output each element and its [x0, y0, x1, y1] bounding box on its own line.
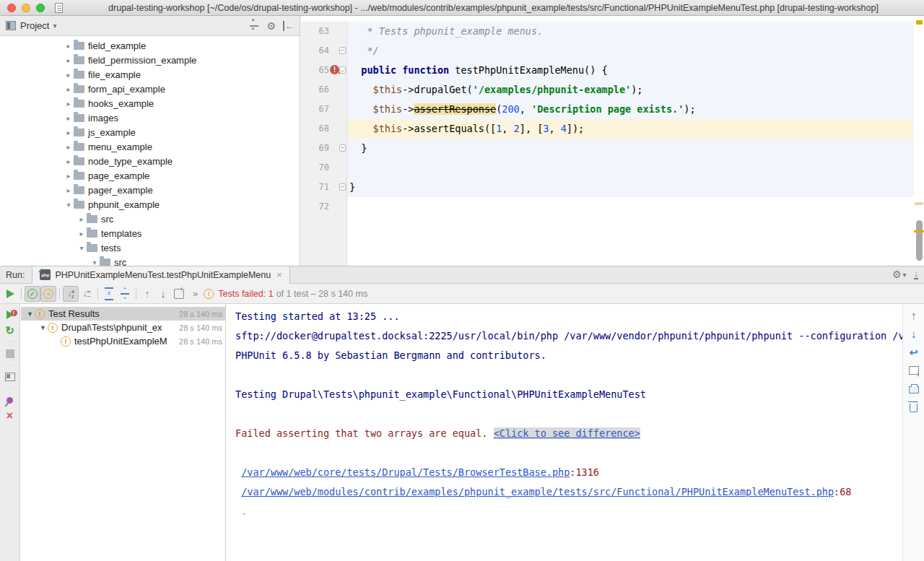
editor-gutter[interactable]: 68	[301, 119, 347, 139]
test-tree-row[interactable]: ▼!Test Results28 s 140 ms	[21, 307, 225, 321]
close-tab-icon[interactable]: ×	[276, 269, 282, 280]
show-ignored-toggle[interactable]: ≡	[40, 286, 56, 302]
code-editor[interactable]: 63 * Tests phpunit_example menus.64− */6…	[301, 16, 924, 266]
editor-line[interactable]: 69− }	[301, 139, 924, 158]
test-console-output[interactable]: Testing started at 13:25 ...sftp://docke…	[227, 304, 902, 561]
project-tree-item[interactable]: ▸file_example	[0, 67, 300, 82]
chevron-down-icon[interactable]: ▼	[38, 324, 48, 331]
editor-line[interactable]: 71−}	[301, 178, 924, 197]
editor-line[interactable]: 72	[301, 197, 924, 217]
chevron-right-icon[interactable]: ▸	[77, 230, 87, 238]
chevron-down-icon[interactable]: ▾	[77, 244, 87, 252]
zoom-window-button[interactable]	[36, 4, 45, 12]
close-window-button[interactable]	[7, 4, 16, 12]
rerun-failed-tests-button[interactable]: !	[0, 307, 19, 323]
sort-alphabetically-toggle[interactable]: ↓az	[63, 286, 79, 302]
soft-wrap-toggle[interactable]: ↩	[903, 344, 924, 360]
editor-line[interactable]: 70	[301, 158, 924, 178]
stop-button[interactable]	[0, 346, 19, 362]
chevron-right-icon[interactable]: ▸	[77, 215, 87, 223]
editor-line[interactable]: 65!⌄ public function testPhpUnitExampleM…	[301, 61, 924, 80]
import-test-results-button[interactable]	[171, 286, 187, 302]
chevron-right-icon[interactable]: ▸	[64, 172, 74, 180]
chevron-right-icon[interactable]: ▸	[64, 186, 74, 194]
project-tree-item[interactable]: ▸js_example	[0, 125, 300, 139]
editor-gutter[interactable]: 63	[301, 22, 347, 41]
minimize-window-button[interactable]	[22, 4, 30, 12]
chevron-right-icon[interactable]: ▸	[64, 85, 74, 93]
chevron-down-icon[interactable]: ▾	[53, 22, 56, 30]
hide-panel-button[interactable]: ←	[283, 21, 294, 31]
editor-gutter[interactable]: 64−	[301, 41, 347, 61]
error-stripe-warning-2[interactable]	[914, 230, 924, 232]
expand-all-button[interactable]: ⌄⌃	[101, 286, 117, 302]
project-tree-item[interactable]: ▸hooks_example	[0, 96, 300, 110]
project-panel-title[interactable]: Project	[20, 20, 49, 31]
console-link[interactable]: /var/www/web/modules/contrib/examples/ph…	[241, 486, 834, 497]
up-stacktrace-button[interactable]: ↑	[903, 308, 924, 324]
fold-marker-icon[interactable]: −	[339, 183, 346, 191]
editor-gutter[interactable]: 65!⌄	[301, 61, 347, 80]
project-tree-item[interactable]: ▸templates	[0, 226, 300, 240]
error-stripe-mark[interactable]	[915, 202, 923, 205]
toggle-auto-test-button[interactable]: ↻	[0, 323, 19, 339]
editor-line[interactable]: 63 * Tests phpunit_example menus.	[301, 22, 924, 41]
test-tree-row[interactable]: !testPhpUnitExampleM28 s 140 ms	[21, 334, 225, 348]
chevron-right-icon[interactable]: ▸	[64, 100, 74, 108]
fold-marker-icon[interactable]: ⌄	[339, 66, 346, 74]
gear-icon[interactable]: ⚙	[892, 269, 902, 279]
editor-line[interactable]: 68 $this->assertEquals([1, 2], [3, 4]);	[301, 119, 924, 139]
editor-gutter[interactable]: 72	[301, 197, 347, 217]
gear-icon[interactable]: ⚙	[266, 21, 276, 31]
print-button[interactable]	[903, 380, 924, 396]
sort-by-duration-toggle[interactable]: ↓═─	[79, 286, 95, 302]
chevron-right-icon[interactable]: ▸	[64, 143, 74, 151]
editor-gutter[interactable]: 70	[301, 158, 347, 178]
show-passed-toggle[interactable]: ✓	[25, 286, 40, 302]
next-failed-test-button[interactable]: ↓	[155, 286, 171, 302]
chevron-right-icon[interactable]: ▸	[64, 42, 74, 50]
chevron-right-icon[interactable]: ▸	[64, 157, 74, 165]
project-tree-item[interactable]: ▸page_example	[0, 168, 300, 183]
editor-line[interactable]: 67 $this->assertResponse(200, 'Descripti…	[301, 100, 924, 119]
pin-tab-button[interactable]	[0, 392, 19, 408]
clear-console-button[interactable]	[903, 399, 924, 414]
project-tree-item[interactable]: ▸field_example	[0, 38, 300, 53]
fold-marker-icon[interactable]: −	[339, 47, 346, 54]
project-tree-item[interactable]: ▸images	[0, 110, 300, 125]
project-tree-item[interactable]: ▸form_api_example	[0, 82, 300, 96]
test-tree-row[interactable]: ▼!Drupal\Tests\phpunit_ex28 s 140 ms	[21, 321, 225, 334]
editor-gutter[interactable]: 71−	[301, 178, 347, 197]
project-tree-item[interactable]: ▸pager_example	[0, 183, 300, 197]
project-tree-item[interactable]: ▾tests	[0, 240, 300, 255]
project-tree-item[interactable]: ▾src	[0, 255, 300, 266]
console-link[interactable]: <Click to see difference>	[494, 427, 640, 439]
editor-scrollbar[interactable]	[914, 16, 924, 266]
rerun-tests-button[interactable]	[2, 286, 18, 302]
scrollbar-thumb[interactable]	[916, 220, 923, 261]
restore-layout-button[interactable]	[0, 369, 19, 385]
project-tree-item[interactable]: ▸src	[0, 212, 300, 226]
project-tree-item[interactable]: ▸field_permission_example	[0, 53, 300, 67]
chevron-down-icon[interactable]: ▼	[25, 310, 35, 318]
project-tree-item[interactable]: ▸node_type_example	[0, 154, 300, 168]
hide-run-panel-button[interactable]: ↓	[914, 269, 919, 279]
collapse-all-button[interactable]: ⌃⌄	[117, 286, 133, 302]
run-configuration-tab[interactable]: php✓ PHPUnitExampleMenuTest.testPhpUnitE…	[32, 266, 289, 284]
close-run-panel-button[interactable]: ×	[0, 408, 19, 424]
error-stripe-warning[interactable]	[916, 20, 923, 25]
console-link[interactable]: /var/www/web/core/tests/Drupal/Tests/Bro…	[241, 466, 570, 478]
chevron-right-icon[interactable]: ▸	[64, 129, 74, 136]
editor-gutter[interactable]: 69−	[301, 139, 347, 158]
project-tree-item[interactable]: ▸menu_example	[0, 139, 300, 154]
chevron-down-icon[interactable]: ▾	[90, 258, 100, 266]
editor-gutter[interactable]: 66	[301, 80, 347, 100]
previous-failed-test-button[interactable]: ↑	[139, 286, 155, 302]
down-stacktrace-button[interactable]: ↓	[903, 326, 924, 342]
editor-line[interactable]: 66 $this->drupalGet('/examples/phpunit-e…	[301, 80, 924, 100]
chevron-right-icon[interactable]: ▸	[64, 71, 74, 79]
scroll-from-source-button[interactable]	[249, 21, 259, 31]
chevron-right-icon[interactable]: ▸	[64, 114, 74, 122]
more-icon[interactable]: »	[193, 288, 198, 299]
failed-test-run-icon[interactable]: !	[330, 65, 339, 74]
